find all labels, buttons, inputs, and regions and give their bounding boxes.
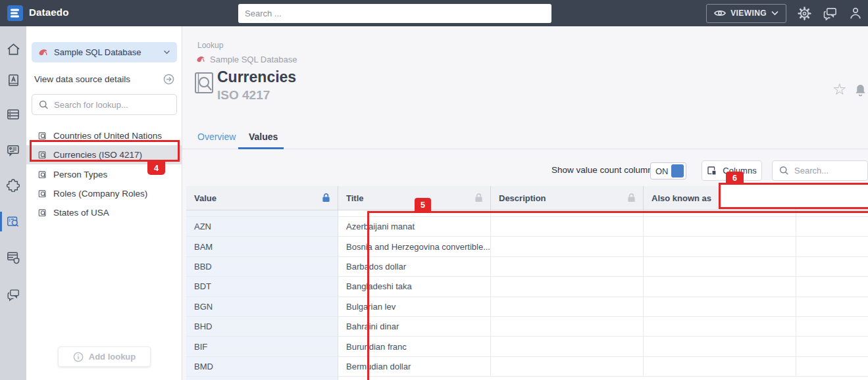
lookup-item-person-types[interactable]: Person Types bbox=[26, 165, 182, 184]
cell-title[interactable]: Bangladeshi taka bbox=[338, 277, 491, 296]
table-row[interactable]: BIFBurundian franc bbox=[186, 337, 868, 356]
cell-also-known-as[interactable] bbox=[644, 257, 796, 276]
cell-description[interactable] bbox=[491, 357, 644, 376]
lookup-search-input[interactable] bbox=[54, 100, 170, 110]
rail-dictionary-icon[interactable] bbox=[0, 67, 26, 93]
cell-sample-field[interactable] bbox=[796, 217, 868, 236]
top-bar: Dataedo VIEWING bbox=[0, 0, 868, 26]
table-row[interactable]: BHDBahraini dinar bbox=[186, 317, 868, 337]
lookup-item-countries[interactable]: Countries of United Nations bbox=[26, 126, 182, 145]
table-search-input[interactable] bbox=[794, 166, 861, 176]
cell-also-known-as[interactable] bbox=[644, 277, 796, 296]
table-row[interactable]: AZNAzerbaijani manat bbox=[186, 217, 868, 237]
rail-chats-icon[interactable] bbox=[0, 281, 26, 308]
table-row[interactable]: BGNBulgarian lev bbox=[186, 297, 868, 317]
table-row[interactable]: BDTBangladeshi taka bbox=[186, 277, 868, 297]
table-row-partial[interactable] bbox=[186, 210, 868, 217]
view-data-source-details[interactable]: View data source details bbox=[32, 70, 177, 87]
cell-also-known-as[interactable] bbox=[644, 317, 796, 336]
cell-title[interactable]: Bermudian dollar bbox=[338, 357, 491, 376]
rail-card-icon[interactable] bbox=[0, 137, 26, 163]
tabs-divider bbox=[182, 149, 868, 149]
add-lookup-label: Add lookup bbox=[89, 352, 136, 362]
cell-also-known-as[interactable] bbox=[644, 297, 796, 316]
cell-title[interactable]: Bahraini dinar bbox=[338, 317, 491, 336]
rail-home-icon[interactable] bbox=[0, 36, 26, 62]
column-header-title[interactable]: Title bbox=[338, 186, 491, 210]
cell-sample-field[interactable] bbox=[796, 337, 868, 356]
table-row[interactable]: BAMBosnia and Herzegovina convertible... bbox=[186, 237, 868, 256]
info-circle-icon bbox=[73, 352, 84, 362]
cell-description[interactable] bbox=[491, 297, 644, 316]
cell-title[interactable]: Bulgarian lev bbox=[338, 297, 491, 316]
table-search-box[interactable] bbox=[772, 160, 868, 181]
cell-value[interactable]: BDT bbox=[186, 277, 338, 296]
show-value-count-toggle[interactable]: ON bbox=[650, 162, 686, 179]
cell-sample-field[interactable] bbox=[796, 257, 868, 276]
cell-value[interactable]: AZN bbox=[186, 217, 338, 236]
cell-description[interactable] bbox=[491, 337, 644, 356]
cell-sample-field[interactable] bbox=[796, 317, 868, 336]
cell-sample-field[interactable] bbox=[796, 297, 868, 316]
toggle-knob[interactable] bbox=[671, 164, 684, 178]
cell-description[interactable] bbox=[491, 317, 644, 336]
cell-description[interactable] bbox=[491, 217, 644, 236]
cell-title[interactable]: Barbados dollar bbox=[338, 257, 491, 276]
lookup-page-icon bbox=[193, 71, 215, 96]
cell-value[interactable]: BGN bbox=[186, 297, 338, 316]
lookup-item-roles[interactable]: Roles (Company Roles) bbox=[26, 184, 182, 203]
lookup-item-states[interactable]: States of USA bbox=[26, 203, 182, 222]
left-icon-rail bbox=[0, 26, 26, 380]
cell-also-known-as[interactable] bbox=[644, 357, 796, 376]
database-selector[interactable]: Sample SQL Database bbox=[32, 42, 177, 62]
cell-also-known-as[interactable] bbox=[644, 217, 796, 236]
dataedo-logo-icon[interactable] bbox=[7, 5, 23, 21]
cell-sample-field[interactable] bbox=[796, 237, 868, 256]
cell-title[interactable]: Azerbaijani manat bbox=[338, 217, 491, 236]
rail-lookup-icon[interactable] bbox=[0, 208, 26, 235]
breadcrumb: Lookup bbox=[197, 41, 223, 50]
table-row[interactable]: BBDBarbados dollar bbox=[186, 257, 868, 277]
cell-description[interactable] bbox=[491, 237, 644, 256]
cell-value[interactable]: BIF bbox=[186, 337, 338, 356]
add-lookup-button[interactable]: Add lookup bbox=[58, 346, 151, 367]
lookup-item-icon bbox=[38, 189, 47, 199]
favorite-star-icon[interactable]: ☆ bbox=[832, 82, 847, 97]
cell-value[interactable]: BMD bbox=[186, 357, 338, 376]
cell-also-known-as[interactable] bbox=[644, 337, 796, 356]
comments-icon[interactable] bbox=[823, 7, 838, 20]
cell-title[interactable]: Burundian franc bbox=[338, 337, 491, 356]
gear-icon[interactable] bbox=[797, 6, 812, 21]
lookup-search-box[interactable] bbox=[32, 94, 177, 115]
table-row[interactable]: BMDBermudian dollar bbox=[186, 357, 868, 377]
rail-tables-icon[interactable] bbox=[0, 101, 26, 128]
tab-values[interactable]: Values bbox=[249, 131, 278, 142]
cell-value[interactable]: BBD bbox=[186, 257, 338, 276]
cell-also-known-as[interactable] bbox=[644, 237, 796, 256]
tab-overview[interactable]: Overview bbox=[197, 131, 236, 142]
cell-description[interactable] bbox=[491, 257, 644, 276]
column-header-sample-field[interactable]: Sample field: Sta bbox=[796, 186, 868, 210]
breadcrumb-database[interactable]: Sample SQL Database bbox=[196, 55, 297, 64]
rail-puzzle-icon[interactable] bbox=[0, 172, 26, 199]
go-to-arrow-icon[interactable] bbox=[163, 74, 174, 85]
global-search-input[interactable] bbox=[238, 4, 551, 23]
lookup-item-icon bbox=[38, 131, 47, 141]
cell-sample-field[interactable] bbox=[796, 357, 868, 376]
cell-sample-field[interactable] bbox=[796, 277, 868, 296]
lookup-item-currencies[interactable]: Currencies (ISO 4217) bbox=[26, 145, 182, 164]
column-header-description[interactable]: Description bbox=[491, 186, 644, 210]
cell-title[interactable]: Bosnia and Herzegovina convertible... bbox=[338, 237, 491, 256]
column-header-value[interactable]: Value bbox=[186, 186, 338, 210]
user-icon[interactable] bbox=[848, 6, 863, 20]
columns-button[interactable]: Columns bbox=[702, 160, 762, 181]
show-value-count-label: Show value count columns bbox=[551, 165, 657, 175]
column-header-also-known-as[interactable]: Also known as bbox=[644, 186, 796, 210]
viewing-mode-button[interactable]: VIEWING bbox=[706, 4, 786, 23]
notification-bell-icon[interactable] bbox=[854, 83, 867, 97]
lookup-item-label: Roles (Company Roles) bbox=[53, 189, 147, 199]
cell-description[interactable] bbox=[491, 277, 644, 296]
rail-database-shield-icon[interactable] bbox=[0, 245, 26, 271]
cell-value[interactable]: BHD bbox=[186, 317, 338, 336]
cell-value[interactable]: BAM bbox=[186, 237, 338, 256]
